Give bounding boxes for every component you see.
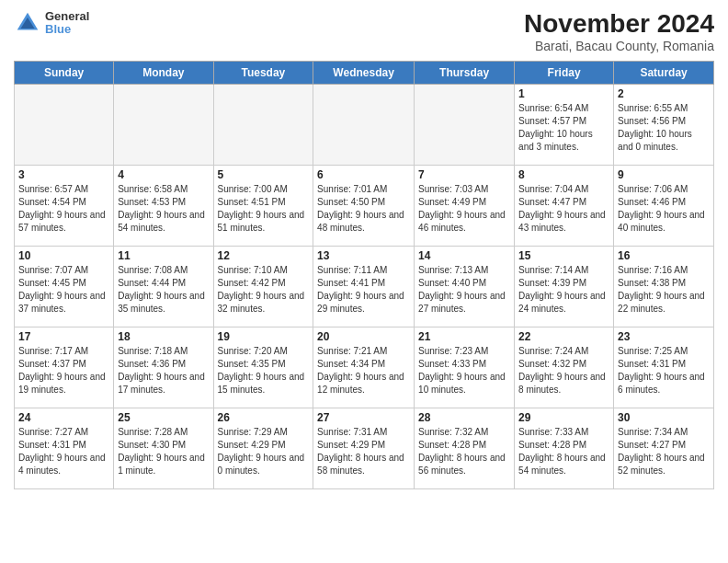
day-info: Sunrise: 7:16 AM Sunset: 4:38 PM Dayligh… [618,264,710,316]
day-number: 29 [518,411,609,424]
page-subtitle: Barati, Bacau County, Romania [524,39,714,53]
page-container: General Blue November 2024 Barati, Bacau… [0,0,728,563]
day-number: 23 [618,330,710,343]
day-info: Sunrise: 7:29 AM Sunset: 4:29 PM Dayligh… [218,426,310,477]
calendar-day-cell: 1Sunrise: 6:54 AM Sunset: 4:57 PM Daylig… [515,85,614,166]
title-section: November 2024 Barati, Bacau County, Roma… [524,9,714,53]
calendar-day-header: Saturday [614,62,714,85]
day-number: 10 [18,249,109,262]
calendar-day-cell [15,85,114,166]
day-info: Sunrise: 7:04 AM Sunset: 4:47 PM Dayligh… [518,183,609,235]
day-info: Sunrise: 7:31 AM Sunset: 4:29 PM Dayligh… [317,426,410,477]
day-info: Sunrise: 6:54 AM Sunset: 4:57 PM Dayligh… [518,102,609,154]
day-number: 15 [518,249,609,262]
calendar-week-row: 17Sunrise: 7:17 AM Sunset: 4:37 PM Dayli… [15,327,714,408]
calendar-day-cell: 27Sunrise: 7:31 AM Sunset: 4:29 PM Dayli… [313,408,415,489]
calendar-day-cell: 30Sunrise: 7:34 AM Sunset: 4:27 PM Dayli… [614,408,714,489]
calendar-day-header: Thursday [415,62,515,85]
day-number: 25 [118,411,209,424]
day-number: 16 [618,249,710,262]
calendar-day-cell: 23Sunrise: 7:25 AM Sunset: 4:31 PM Dayli… [614,327,714,408]
calendar-header-row: SundayMondayTuesdayWednesdayThursdayFrid… [15,62,714,85]
calendar-day-cell: 14Sunrise: 7:13 AM Sunset: 4:40 PM Dayli… [415,247,515,327]
calendar-day-cell: 12Sunrise: 7:10 AM Sunset: 4:42 PM Dayli… [213,247,313,327]
logo-line2: Blue [45,23,89,36]
calendar-day-header: Sunday [15,62,114,85]
day-number: 8 [518,168,609,181]
day-info: Sunrise: 7:23 AM Sunset: 4:33 PM Dayligh… [418,345,510,396]
day-number: 19 [218,330,310,343]
calendar-day-cell: 15Sunrise: 7:14 AM Sunset: 4:39 PM Dayli… [515,247,614,327]
day-number: 9 [618,168,710,181]
day-info: Sunrise: 7:27 AM Sunset: 4:31 PM Dayligh… [18,426,109,477]
day-number: 14 [418,249,510,262]
calendar-day-cell: 25Sunrise: 7:28 AM Sunset: 4:30 PM Dayli… [114,408,213,489]
day-info: Sunrise: 7:10 AM Sunset: 4:42 PM Dayligh… [218,264,310,316]
logo-line1: General [45,10,89,23]
calendar-day-cell: 28Sunrise: 7:32 AM Sunset: 4:28 PM Dayli… [415,408,515,489]
calendar-day-cell [213,85,313,166]
calendar-day-cell: 24Sunrise: 7:27 AM Sunset: 4:31 PM Dayli… [15,408,114,489]
calendar-day-header: Monday [114,62,213,85]
day-number: 1 [518,87,609,100]
day-info: Sunrise: 7:24 AM Sunset: 4:32 PM Dayligh… [518,345,609,396]
day-number: 7 [418,168,510,181]
day-number: 5 [218,168,310,181]
day-info: Sunrise: 7:03 AM Sunset: 4:49 PM Dayligh… [418,183,510,235]
day-number: 4 [118,168,209,181]
day-info: Sunrise: 7:28 AM Sunset: 4:30 PM Dayligh… [118,426,209,477]
day-info: Sunrise: 7:33 AM Sunset: 4:28 PM Dayligh… [518,426,609,477]
calendar-day-cell: 11Sunrise: 7:08 AM Sunset: 4:44 PM Dayli… [114,247,213,327]
day-info: Sunrise: 7:34 AM Sunset: 4:27 PM Dayligh… [618,426,710,477]
day-info: Sunrise: 7:14 AM Sunset: 4:39 PM Dayligh… [518,264,609,316]
calendar-day-cell: 9Sunrise: 7:06 AM Sunset: 4:46 PM Daylig… [614,166,714,247]
calendar-week-row: 24Sunrise: 7:27 AM Sunset: 4:31 PM Dayli… [15,408,714,489]
logo-text: General Blue [45,10,89,37]
calendar-day-cell [114,85,213,166]
day-info: Sunrise: 7:21 AM Sunset: 4:34 PM Dayligh… [317,345,410,396]
calendar-week-row: 1Sunrise: 6:54 AM Sunset: 4:57 PM Daylig… [15,85,714,166]
calendar-day-cell: 8Sunrise: 7:04 AM Sunset: 4:47 PM Daylig… [515,166,614,247]
calendar-day-cell: 10Sunrise: 7:07 AM Sunset: 4:45 PM Dayli… [15,247,114,327]
day-number: 30 [618,411,710,424]
day-number: 12 [218,249,310,262]
day-info: Sunrise: 7:08 AM Sunset: 4:44 PM Dayligh… [118,264,209,316]
calendar-day-cell: 18Sunrise: 7:18 AM Sunset: 4:36 PM Dayli… [114,327,213,408]
day-info: Sunrise: 7:06 AM Sunset: 4:46 PM Dayligh… [618,183,710,235]
day-info: Sunrise: 7:13 AM Sunset: 4:40 PM Dayligh… [418,264,510,316]
calendar-day-cell [415,85,515,166]
day-number: 17 [18,330,109,343]
day-number: 20 [317,330,410,343]
calendar-day-header: Tuesday [213,62,313,85]
day-info: Sunrise: 7:01 AM Sunset: 4:50 PM Dayligh… [317,183,410,235]
day-number: 24 [18,411,109,424]
calendar-table: SundayMondayTuesdayWednesdayThursdayFrid… [14,61,714,489]
calendar-day-cell: 6Sunrise: 7:01 AM Sunset: 4:50 PM Daylig… [313,166,415,247]
calendar-day-cell: 2Sunrise: 6:55 AM Sunset: 4:56 PM Daylig… [614,85,714,166]
day-number: 28 [418,411,510,424]
day-info: Sunrise: 7:17 AM Sunset: 4:37 PM Dayligh… [18,345,109,396]
day-info: Sunrise: 7:00 AM Sunset: 4:51 PM Dayligh… [218,183,310,235]
calendar-day-cell: 5Sunrise: 7:00 AM Sunset: 4:51 PM Daylig… [213,166,313,247]
calendar-day-cell: 22Sunrise: 7:24 AM Sunset: 4:32 PM Dayli… [515,327,614,408]
day-info: Sunrise: 7:11 AM Sunset: 4:41 PM Dayligh… [317,264,410,316]
day-info: Sunrise: 7:32 AM Sunset: 4:28 PM Dayligh… [418,426,510,477]
day-number: 26 [218,411,310,424]
day-info: Sunrise: 7:20 AM Sunset: 4:35 PM Dayligh… [218,345,310,396]
day-number: 2 [618,87,710,100]
page-title: November 2024 [524,9,714,39]
calendar-day-cell: 20Sunrise: 7:21 AM Sunset: 4:34 PM Dayli… [313,327,415,408]
day-info: Sunrise: 6:58 AM Sunset: 4:53 PM Dayligh… [118,183,209,235]
logo: General Blue [14,9,89,37]
day-number: 11 [118,249,209,262]
calendar-day-cell: 13Sunrise: 7:11 AM Sunset: 4:41 PM Dayli… [313,247,415,327]
logo-icon [14,9,41,37]
calendar-day-cell: 4Sunrise: 6:58 AM Sunset: 4:53 PM Daylig… [114,166,213,247]
day-number: 27 [317,411,410,424]
calendar-week-row: 10Sunrise: 7:07 AM Sunset: 4:45 PM Dayli… [15,247,714,327]
calendar-day-cell [313,85,415,166]
page-header: General Blue November 2024 Barati, Bacau… [14,9,714,53]
day-number: 18 [118,330,209,343]
day-number: 6 [317,168,410,181]
calendar-day-cell: 7Sunrise: 7:03 AM Sunset: 4:49 PM Daylig… [415,166,515,247]
